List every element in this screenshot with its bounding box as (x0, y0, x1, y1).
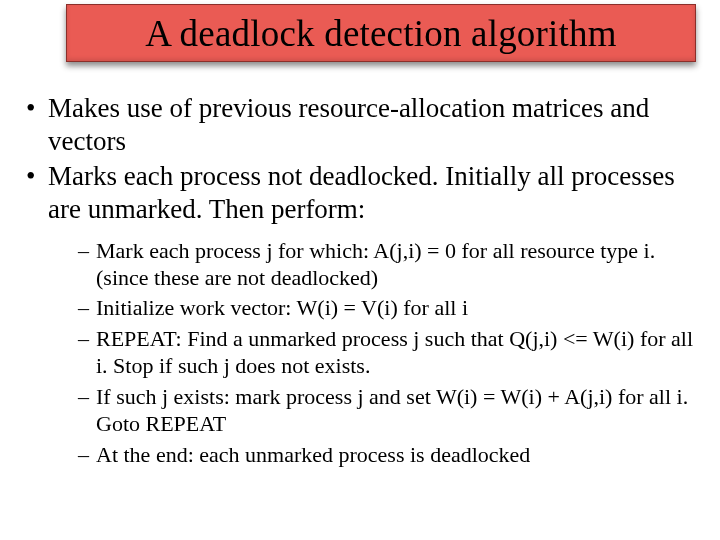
slide-title: A deadlock detection algorithm (145, 12, 616, 55)
bullet-level2: REPEAT: Find a unmarked process j such t… (78, 326, 700, 380)
sublist: Mark each process j for which: A(j,i) = … (24, 238, 700, 469)
bullet-level2: If such j exists: mark process j and set… (78, 384, 700, 438)
bullet-level2: At the end: each unmarked process is dea… (78, 442, 700, 469)
slide-content: Makes use of previous resource-allocatio… (24, 92, 700, 472)
bullet-level2: Mark each process j for which: A(j,i) = … (78, 238, 700, 292)
bullet-level1: Marks each process not deadlocked. Initi… (24, 160, 700, 226)
bullet-level1: Makes use of previous resource-allocatio… (24, 92, 700, 158)
title-bar: A deadlock detection algorithm (66, 4, 696, 62)
bullet-level2: Initialize work vector: W(i) = V(i) for … (78, 295, 700, 322)
